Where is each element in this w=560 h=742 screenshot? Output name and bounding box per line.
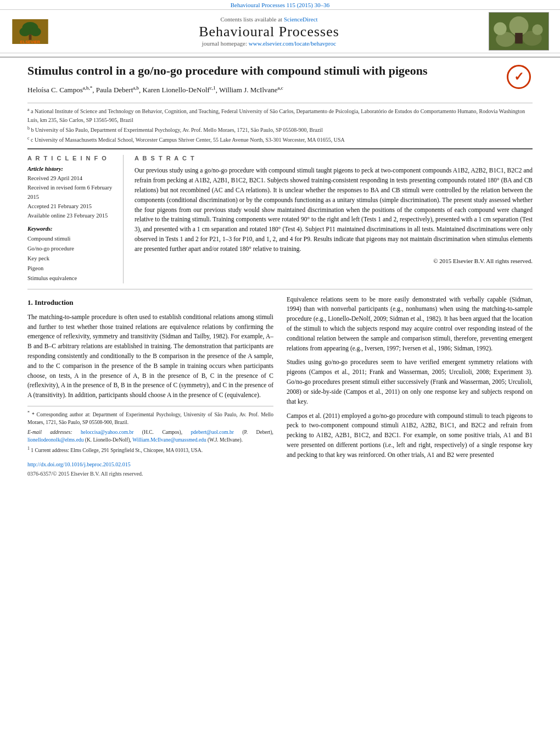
keyword-3: Key peck <box>27 254 116 264</box>
info-abstract-section: A R T I C L E I N F O Article history: R… <box>27 148 533 283</box>
affiliation-c: c c University of Massachusetts Medical … <box>27 135 533 144</box>
history-label: Article history: <box>27 166 116 172</box>
contents-text: Contents lists available at ScienceDirec… <box>49 16 489 23</box>
authors: Heloísa C. Camposa,b,*, Paula Deberta,b,… <box>27 85 497 96</box>
doi-link[interactable]: http://dx.doi.org/10.1016/j.beproc.2015.… <box>27 461 131 467</box>
journal-title: Behavioural Processes <box>49 24 489 40</box>
affiliations: a a National Institute of Science and Te… <box>27 103 533 144</box>
svg-rect-4 <box>29 34 32 40</box>
footer-issn: 0376-6357/© 2015 Elsevier B.V. All right… <box>27 470 273 478</box>
email-link-2[interactable]: pdebert@uol.com.br <box>191 429 234 435</box>
journal-ref: Behavioural Processes 115 (2015) 30–36 <box>0 0 560 9</box>
crossmark-circle: ✓ <box>507 65 531 89</box>
footnote-1: 1 1 Current address: Elms College, 291 S… <box>27 445 273 454</box>
keywords-label: Keywords: <box>27 226 116 232</box>
article-info-col: A R T I C L E I N F O Article history: R… <box>27 155 124 283</box>
intro-paragraph-1: The matching-to-sample procedure is ofte… <box>27 313 273 400</box>
abstract-copyright: © 2015 Elsevier B.V. All rights reserved… <box>135 258 533 264</box>
article-history: Article history: Received 29 April 2014 … <box>27 166 116 283</box>
footer-doi: http://dx.doi.org/10.1016/j.beproc.2015.… <box>27 460 273 469</box>
body-col-right: Equivalence relations seem to be more ea… <box>287 295 533 478</box>
crossmark-badge[interactable]: ✓ <box>505 63 533 91</box>
header-center: Contents lists available at ScienceDirec… <box>49 16 489 47</box>
section-divider <box>27 289 533 289</box>
affiliation-a: a a National Institute of Science and Te… <box>27 107 533 124</box>
keyword-4: Pigeon <box>27 264 116 274</box>
journal-homepage: journal homepage: www.elsevier.com/locat… <box>49 40 489 47</box>
footnotes: * * Corresponding author at: Department … <box>27 406 273 455</box>
email-link-4[interactable]: William.McIlvane@umassmed.edu <box>132 437 206 443</box>
abstract-col: A B S T R A C T Our previous study using… <box>135 155 533 283</box>
article-header: Stimulus control in a go/no-go procedure… <box>27 63 533 98</box>
keyword-5: Stimulus equivalence <box>27 274 116 283</box>
keyword-1: Compound stimuli <box>27 234 116 244</box>
title-block: Stimulus control in a go/no-go procedure… <box>27 63 497 98</box>
header-main: ELSEVIER Contents lists available at Sci… <box>0 9 560 53</box>
elsevier-tree-icon: ELSEVIER <box>11 19 49 44</box>
article-body: Stimulus control in a go/no-go procedure… <box>0 58 560 484</box>
footnote-star: * * Corresponding author at: Department … <box>27 410 273 427</box>
abstract-text: Our previous study using a go/no-go proc… <box>135 166 533 254</box>
body-col-left: 1. Introduction The matching-to-sample p… <box>27 295 273 478</box>
svg-text:ELSEVIER: ELSEVIER <box>20 40 41 44</box>
body-section: 1. Introduction The matching-to-sample p… <box>27 295 533 478</box>
crossmark-icon: ✓ <box>514 70 524 84</box>
body-paragraph-4: Campos et al. (2011) employed a go/no-go… <box>287 411 533 460</box>
intro-title: 1. Introduction <box>27 297 273 308</box>
journal-cover-image <box>489 12 549 51</box>
body-paragraph-2: Equivalence relations seem to be more ea… <box>287 295 533 354</box>
keywords-list: Compound stimuli Go/no-go procedure Key … <box>27 234 116 283</box>
footnote-email: E-mail addresses: heloccisa@yahoo.com.br… <box>27 428 273 444</box>
abstract-header: A B S T R A C T <box>135 155 533 161</box>
journal-header: Behavioural Processes 115 (2015) 30–36 E… <box>0 0 560 58</box>
affiliation-b: b b University of São Paulo, Department … <box>27 125 533 134</box>
article-dates: Received 29 April 2014 Received in revis… <box>27 174 116 220</box>
svg-point-11 <box>494 22 506 35</box>
svg-rect-10 <box>515 33 523 43</box>
svg-point-3 <box>30 27 41 36</box>
keyword-2: Go/no-go procedure <box>27 244 116 254</box>
page: Behavioural Processes 115 (2015) 30–36 E… <box>0 0 560 742</box>
svg-point-7 <box>509 16 529 36</box>
email-link-3[interactable]: lionellodeonolk@elms.edu <box>27 437 83 443</box>
svg-point-12 <box>532 24 542 35</box>
email-link[interactable]: heloccisa@yahoo.com.br <box>81 429 133 435</box>
elsevier-logo: ELSEVIER <box>11 19 49 44</box>
body-paragraph-3: Studies using go/no-go procedures seem t… <box>287 358 533 406</box>
svg-point-2 <box>19 27 30 36</box>
cover-image-icon <box>489 13 548 50</box>
article-title: Stimulus control in a go/no-go procedure… <box>27 63 497 79</box>
article-info-header: A R T I C L E I N F O <box>27 155 116 161</box>
